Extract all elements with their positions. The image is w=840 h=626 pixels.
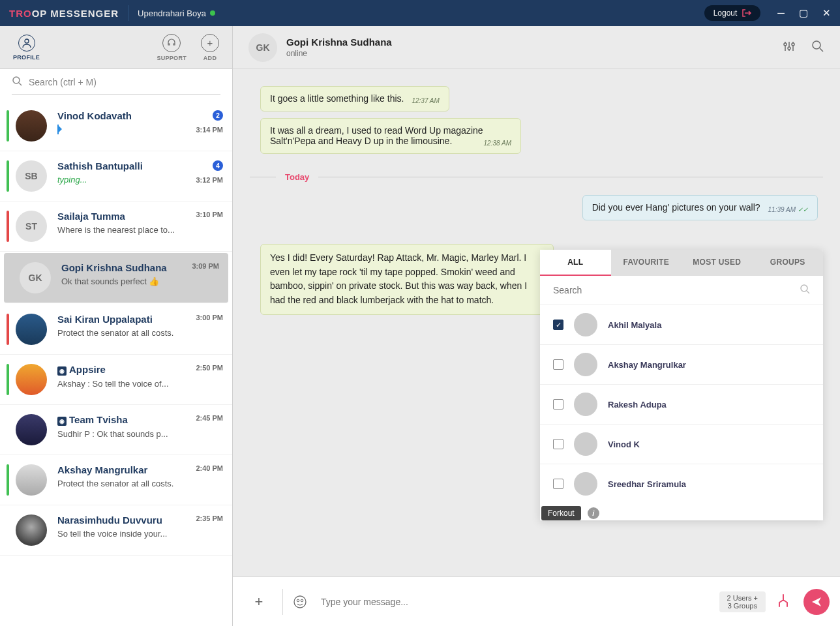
contact-name: Vinod K [608,440,640,449]
add-label: ADD [203,55,217,61]
chat-list-item[interactable]: Narasimhudu Duvvuru So tell the voice in… [0,505,232,556]
forkout-popup: ALLFAVOURITEMOST USEDGROUPS ✓ Akhil Maly… [540,250,823,520]
checkbox[interactable]: ✓ [553,320,563,330]
avatar [574,353,597,376]
svg-point-5 [813,41,820,49]
chat-list-item[interactable]: Akshay Mangrulkar Protect the senator at… [0,455,232,505]
chat-list-item[interactable]: Vinod Kodavath 2 3:14 PM [0,101,232,151]
message-bubble: It goes a little something like this. 12… [260,86,449,112]
chat-time: 3:09 PM [192,262,219,270]
svg-point-8 [297,599,299,602]
chat-preview: Where is the nearest place to... [57,225,181,235]
forkout-search-input[interactable] [553,285,800,295]
logout-label: Logout [713,8,738,18]
forkout-status[interactable]: 2 Users + 3 Groups [719,591,766,612]
presence-dot-icon [210,10,215,16]
status-bar [7,160,9,192]
support-button[interactable]: SUPPORT [157,34,187,61]
info-icon[interactable]: i [588,507,599,519]
chat-header-status: online [286,49,392,58]
status-bar [7,364,9,395]
contact-name: Rakesh Adupa [608,400,667,410]
chat-time: 2:50 PM [196,364,223,372]
forkout-tab[interactable]: MOST USED [682,250,753,276]
emoji-button[interactable] [291,593,309,611]
svg-point-3 [788,47,790,50]
checkbox[interactable] [553,359,563,370]
chat-time: 2:35 PM [196,514,223,522]
forkout-contact-row[interactable]: ✓ Akhil Malyala [540,305,823,345]
chat-time: 3:14 PM [196,126,223,134]
status-bar [7,110,9,142]
svg-point-7 [294,596,306,608]
avatar [16,514,47,546]
chat-preview: Protect the senator at all costs. [57,328,181,338]
forkout-contact-row[interactable]: Sreedhar Sriramula [540,464,823,501]
forkout-tag: Forkout [541,506,581,520]
app-logo: TROOP MESSENGER [9,8,119,19]
divider [282,589,283,615]
chat-name: ◉Team Tvisha [57,414,196,426]
checkbox[interactable] [553,479,563,489]
message-input[interactable] [321,597,719,607]
settings-icon[interactable] [783,40,796,55]
avatar [574,432,597,456]
forkout-tab[interactable]: GROUPS [753,250,824,276]
svg-point-9 [301,599,303,602]
profile-button[interactable]: PROFILE [13,35,40,61]
window-maximize-button[interactable]: ▢ [799,7,808,19]
avatar: GK [20,262,51,293]
status-bar [7,464,9,496]
chat-preview: Sudhir P : Ok that sounds p... [57,429,181,439]
message-bubble: Yes I did! Every Saturday! Rap Attack, M… [260,244,554,315]
profile-icon [18,35,35,52]
forkout-tab[interactable]: FAVOURITE [611,250,682,276]
chat-list[interactable]: Vinod Kodavath 2 3:14 PM SB Sathish Bant… [0,101,232,626]
avatar [574,393,597,416]
window-close-button[interactable]: ✕ [822,7,831,19]
forkout-contact-row[interactable]: Vinod K [540,425,823,464]
chat-time: 3:00 PM [196,314,223,321]
chat-time: 2:45 PM [196,414,223,422]
window-minimize-button[interactable]: ─ [777,7,785,19]
unread-badge: 2 [213,110,223,121]
chat-list-item[interactable]: ◉Team Tvisha Sudhir P : Ok that sounds p… [0,405,232,455]
profile-label: PROFILE [13,54,40,61]
sidebar-search-input[interactable]: Search (ctrl + M) [12,76,220,95]
search-placeholder: Search (ctrl + M) [29,77,97,87]
forkout-icon[interactable] [776,593,790,610]
chat-header-avatar[interactable]: GK [248,33,277,62]
message-bubble: Did you ever Hang' pictures on your wall… [582,195,818,220]
avatar [574,313,597,336]
forkout-tab[interactable]: ALL [540,250,611,276]
chat-name: Sai Kiran Uppalapati [57,314,196,325]
search-icon [800,284,810,297]
chat-name: Sailaja Tumma [57,211,196,222]
support-label: SUPPORT [157,55,187,61]
status-bar [7,514,9,546]
avatar [16,110,47,142]
add-button[interactable]: + ADD [201,34,219,61]
chat-list-item[interactable]: SB Sathish Bantupalli typing... 4 3:12 P… [0,151,232,201]
add-icon: + [201,34,219,52]
chat-list-item[interactable]: Sai Kiran Uppalapati Protect the senator… [0,305,232,355]
contact-name: Akhil Malyala [608,320,661,330]
logout-button[interactable]: Logout [704,5,761,21]
chat-list-item[interactable]: GK Gopi Krishna Sudhana Ok that sounds p… [4,253,228,303]
send-button[interactable] [803,589,830,615]
checkbox[interactable] [553,439,563,449]
checkbox[interactable] [553,399,563,410]
forkout-contact-row[interactable]: Akshay Mangrulkar [540,345,823,385]
attach-button[interactable]: + [243,593,275,610]
avatar [16,414,47,445]
chat-search-icon[interactable] [811,40,824,55]
forkout-contact-row[interactable]: Rakesh Adupa [540,385,823,425]
chat-name: Vinod Kodavath [57,110,196,121]
chat-list-item[interactable]: ST Sailaja Tumma Where is the nearest pl… [0,201,232,252]
svg-point-6 [801,285,807,291]
chat-preview [57,125,181,134]
chat-list-item[interactable]: ◉Appsire Akshay : So tell the voice of..… [0,355,232,405]
chat-name: Gopi Krishna Sudhana [61,262,192,273]
chat-name: Narasimhudu Duvvuru [57,514,196,526]
chat-header-name: Gopi Krishna Sudhana [286,37,392,48]
